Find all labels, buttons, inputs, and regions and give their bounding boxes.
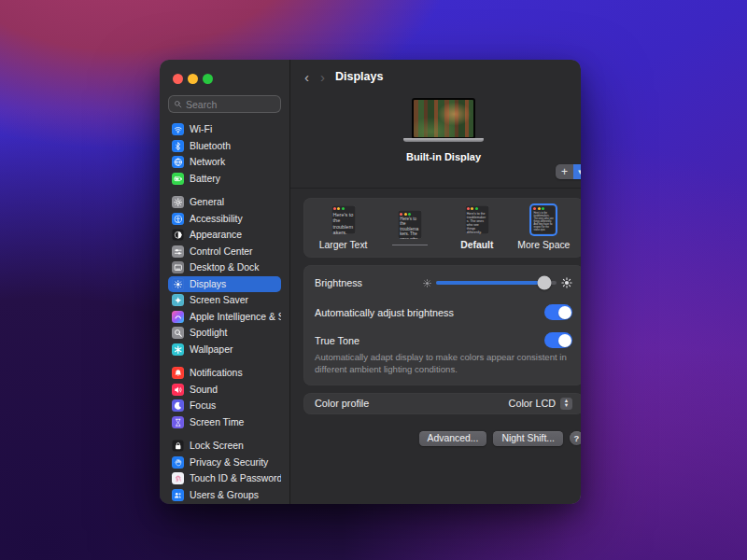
sidebar-item-spotlight[interactable]: Spotlight xyxy=(168,325,281,342)
color-profile-label: Color profile xyxy=(315,398,369,409)
sidebar-item-control-center[interactable]: Control Center xyxy=(168,244,281,260)
moon-icon xyxy=(172,399,184,412)
speaker-icon xyxy=(172,384,184,396)
brightness-low-sun-icon xyxy=(423,279,431,287)
scaling-thumbnail[interactable]: Here's to the troublemakers. The ones wh… xyxy=(465,205,489,234)
sidebar-item-bluetooth[interactable]: Bluetooth xyxy=(168,138,281,155)
sidebar-item-label: Displays xyxy=(190,279,226,289)
back-button[interactable]: ‹ xyxy=(304,70,309,84)
scaling-thumbnail[interactable]: Here's to the troublemakers. The ones wh… xyxy=(531,205,556,234)
bell-icon xyxy=(172,367,184,379)
sidebar-item-appearance[interactable]: Appearance xyxy=(168,227,281,244)
true-tone-label: True Tone xyxy=(315,335,359,346)
sidebar-item-general[interactable]: General xyxy=(168,194,281,211)
sidebar-item-displays[interactable]: Displays xyxy=(168,276,281,293)
screensaver-icon xyxy=(172,294,184,306)
sidebar-item-label: Privacy & Security xyxy=(190,457,268,468)
scaling-thumbnail[interactable]: Here's to the troublemakers. The ones wh… xyxy=(331,205,356,234)
forward-button[interactable]: › xyxy=(320,70,325,84)
fingerprint-icon xyxy=(172,472,184,484)
display-selector: Built-in Display + ▼ xyxy=(290,91,581,188)
search-input[interactable] xyxy=(186,99,275,110)
brightness-card: Brightness Automatically adjust brightne… xyxy=(303,265,581,385)
sidebar-group: Lock ScreenPrivacy & SecurityTouch ID & … xyxy=(168,438,281,503)
brightness-label: Brightness xyxy=(315,277,362,288)
sidebar-item-sound[interactable]: Sound xyxy=(168,382,281,399)
minimize-button[interactable] xyxy=(188,74,198,84)
lock-icon xyxy=(172,440,184,452)
main-header: ‹ › Displays xyxy=(290,63,581,91)
auto-brightness-toggle[interactable] xyxy=(544,304,572,320)
brightness-slider-knob[interactable] xyxy=(538,276,552,290)
sidebar-nav: Wi-FiBluetoothNetworkBatteryGeneralAcces… xyxy=(168,121,281,503)
control-center-icon xyxy=(172,245,184,258)
scaling-option-label: Default xyxy=(446,240,508,251)
sidebar-item-desktop-dock[interactable]: Desktop & Dock xyxy=(168,259,281,276)
advanced-button[interactable]: Advanced... xyxy=(419,431,487,446)
scaling-option-more-space[interactable]: Here's to the troublemakers. The ones wh… xyxy=(513,205,574,251)
auto-brightness-label: Automatically adjust brightness xyxy=(315,307,454,318)
sidebar-item-label: Users & Groups xyxy=(190,490,259,500)
scaling-sample-text: Here's to the troublemakers. The ones wh… xyxy=(400,217,420,239)
sidebar-item-screen-time[interactable]: Screen Time xyxy=(168,414,281,431)
flower-icon xyxy=(172,343,184,356)
sidebar-item-screen-saver[interactable]: Screen Saver xyxy=(168,292,281,309)
brightness-slider[interactable] xyxy=(423,273,572,292)
sidebar-item-accessibility[interactable]: Accessibility xyxy=(168,211,281,228)
sidebar-item-label: Wi-Fi xyxy=(190,124,212,134)
scaling-option-2[interactable]: Here's to the troublemakers. The ones wh… xyxy=(379,210,441,245)
accessibility-icon xyxy=(172,213,184,225)
sidebar-item-label: Accessibility xyxy=(190,214,243,224)
search-field[interactable] xyxy=(168,95,281,113)
scaling-option-divider xyxy=(392,245,428,245)
sidebar-item-network[interactable]: Network xyxy=(168,154,281,171)
sidebar-item-label: Screen Time xyxy=(190,417,244,427)
display-wallpaper-preview xyxy=(414,100,473,137)
footer-buttons: Advanced... Night Shift... ? xyxy=(303,431,581,446)
display-name-label: Built-in Display xyxy=(290,151,581,162)
sun-icon xyxy=(172,278,184,290)
sidebar-item-users-groups[interactable]: Users & Groups xyxy=(168,487,281,504)
bluetooth-icon xyxy=(172,140,184,152)
sidebar-group: Wi-FiBluetoothNetworkBattery xyxy=(168,121,281,187)
sidebar-group: NotificationsSoundFocusScreen Time xyxy=(168,365,281,430)
true-tone-row: True Tone Automatically adapt display to… xyxy=(315,332,572,376)
sidebar-item-label: Bluetooth xyxy=(190,141,231,151)
scaling-thumbnail[interactable]: Here's to the troublemakers. The ones wh… xyxy=(398,210,422,239)
builtin-display-thumbnail[interactable] xyxy=(403,98,484,142)
sidebar-item-label: Notifications xyxy=(190,368,243,378)
close-button[interactable] xyxy=(173,74,183,84)
scaling-sample-text: Here's to the troublemakers. The ones wh… xyxy=(333,212,354,234)
color-profile-value: Color LCD xyxy=(509,398,556,409)
sidebar-item-lock-screen[interactable]: Lock Screen xyxy=(168,438,281,455)
scaling-option-larger-text[interactable]: Here's to the troublemakers. The ones wh… xyxy=(313,205,374,251)
sidebar-item-privacy-security[interactable]: Privacy & Security xyxy=(168,455,281,471)
desktop-dock-icon xyxy=(172,261,184,273)
scaling-option-default[interactable]: Here's to the troublemakers. The ones wh… xyxy=(446,205,508,251)
resolution-scaling-card: Here's to the troublemakers. The ones wh… xyxy=(303,198,581,258)
updown-chevrons-icon: ▲▼ xyxy=(560,398,572,410)
sidebar-item-wallpaper[interactable]: Wallpaper xyxy=(168,342,281,358)
add-display-button[interactable]: + xyxy=(556,164,573,179)
gear-icon xyxy=(172,196,184,208)
help-button[interactable]: ? xyxy=(570,431,581,445)
scaling-option-label: More Space xyxy=(513,240,574,251)
sidebar-item-notifications[interactable]: Notifications xyxy=(168,365,281,382)
main-pane: ‹ › Displays Built-in Display + ▼ Here's… xyxy=(290,60,581,504)
sidebar-item-touch-id-password[interactable]: Touch ID & Password xyxy=(168,470,281,487)
sidebar-item-focus[interactable]: Focus xyxy=(168,398,281,414)
scaling-sample-text: Here's to the troublemakers. The ones wh… xyxy=(467,212,487,234)
chevron-down-icon[interactable]: ▼ xyxy=(573,164,581,179)
scaling-option-label: Larger Text xyxy=(313,240,374,251)
color-profile-select[interactable]: Color LCD ▲▼ xyxy=(509,398,572,410)
sidebar-item-battery[interactable]: Battery xyxy=(168,171,281,188)
globe-icon xyxy=(172,156,184,168)
siri-icon xyxy=(172,311,184,323)
sidebar-item-apple-intelligence-siri[interactable]: Apple Intelligence & Siri xyxy=(168,309,281,326)
true-tone-toggle[interactable] xyxy=(544,332,572,348)
sidebar: Wi-FiBluetoothNetworkBatteryGeneralAcces… xyxy=(160,60,290,504)
zoom-button[interactable] xyxy=(203,74,213,84)
sidebar-item-wi-fi[interactable]: Wi-Fi xyxy=(168,121,281,138)
scaling-sample-text: Here's to the troublemakers. The ones wh… xyxy=(533,212,554,232)
night-shift-button[interactable]: Night Shift... xyxy=(493,431,563,446)
